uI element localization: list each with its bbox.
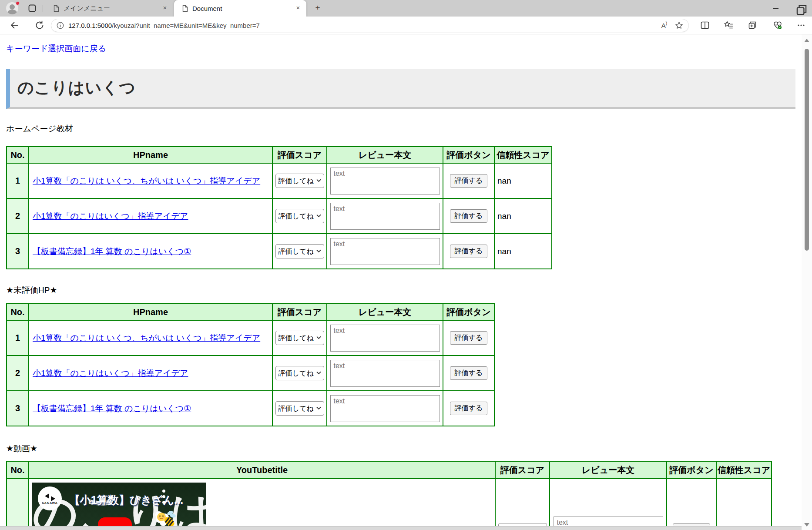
collections-icon[interactable] bbox=[748, 20, 757, 30]
row-number: 1 bbox=[7, 320, 29, 356]
evaluate-button[interactable]: 評価する bbox=[450, 331, 487, 345]
col-header-review: レビュー本文 bbox=[550, 461, 667, 479]
col-header-score: 評価スコア bbox=[495, 461, 550, 479]
site-info-icon[interactable] bbox=[57, 22, 64, 29]
tab-main-menu[interactable]: メインメニュー × bbox=[45, 0, 173, 17]
tab-close-icon[interactable]: × bbox=[294, 4, 302, 12]
page-title: のこりはいくつ bbox=[17, 77, 136, 99]
review-textarea[interactable] bbox=[330, 168, 440, 195]
refresh-icon[interactable] bbox=[35, 20, 44, 30]
score-select[interactable]: 評価してね bbox=[275, 366, 324, 380]
video-table: No. YouTubetitle 評価スコア レビュー本文 評価ボタン 信頼性ス… bbox=[6, 461, 772, 530]
score-select[interactable]: 評価してね bbox=[275, 209, 324, 223]
hp-link[interactable]: 小1算数「のこりは いくつ、ちがいは いくつ」指導アイデア bbox=[33, 176, 260, 185]
vertical-scrollbar[interactable] bbox=[802, 34, 812, 530]
col-header-score: 評価スコア bbox=[272, 304, 327, 320]
page-title-box: のこりはいくつ bbox=[6, 69, 795, 109]
evaluate-button[interactable]: 評価する bbox=[450, 366, 487, 380]
col-header-youtubetitle: YouTubetitle bbox=[29, 461, 495, 479]
score-select[interactable]: 評価してね bbox=[275, 331, 324, 345]
col-header-review: レビュー本文 bbox=[327, 147, 443, 163]
score-select[interactable]: 評価してね bbox=[275, 401, 324, 416]
col-header-button: 評価ボタン bbox=[443, 304, 494, 320]
favorite-star-icon[interactable] bbox=[675, 21, 683, 30]
table-row: 1 小1算数「のこりは いくつ、ちがいは いくつ」指導アイデア 評価してね 評価… bbox=[7, 163, 552, 198]
score-select[interactable]: 評価してね bbox=[275, 174, 324, 188]
evaluate-button[interactable]: 評価する bbox=[450, 245, 487, 258]
section-heading-video: ★動画★ bbox=[6, 443, 802, 454]
evaluate-button[interactable]: 評価する bbox=[450, 209, 487, 223]
page-icon bbox=[182, 5, 188, 12]
score-select[interactable]: 評価してね bbox=[275, 244, 324, 258]
evaluate-button[interactable]: 評価する bbox=[450, 402, 487, 415]
more-options-icon[interactable] bbox=[796, 20, 806, 30]
scroll-down-arrow-icon[interactable] bbox=[804, 523, 809, 527]
table-header-row: No. HPname 評価スコア レビュー本文 評価ボタン 信頼性スコア bbox=[7, 147, 552, 163]
url-path: /kyouzai?unit_name=ME&unit=ME&key_number… bbox=[112, 22, 260, 29]
url-host: 127.0.0.1:5000 bbox=[68, 22, 112, 29]
address-bar[interactable]: 127.0.0.1:5000/kyouzai?unit_name=ME&unit… bbox=[51, 19, 689, 32]
reliability-score: nan bbox=[494, 234, 552, 269]
back-icon[interactable] bbox=[10, 20, 19, 30]
table-row: 1 小1算数「のこりは いくつ、ちがいは いくつ」指導アイデア 評価してね 評価… bbox=[7, 320, 494, 356]
url-text[interactable]: 127.0.0.1:5000/kyouzai?unit_name=ME&unit… bbox=[68, 22, 654, 29]
favorites-bar-icon[interactable] bbox=[724, 20, 733, 30]
new-tab-button[interactable]: + bbox=[312, 3, 323, 13]
reliability-score bbox=[716, 479, 772, 530]
unrated-hp-table: No. HPname 評価スコア レビュー本文 評価ボタン 1 小1算数「のこり… bbox=[6, 303, 495, 426]
tab-close-icon[interactable]: × bbox=[161, 4, 169, 12]
tab-label: Document bbox=[192, 5, 294, 12]
evaluate-button[interactable]: 評価する bbox=[450, 174, 487, 188]
homepage-materials-table: No. HPname 評価スコア レビュー本文 評価ボタン 信頼性スコア 1 小… bbox=[6, 146, 552, 269]
sakawa-logo: SAKAWA bbox=[38, 486, 62, 510]
logo-arrows-icon bbox=[44, 493, 57, 502]
scrollbar-thumb[interactable] bbox=[805, 49, 809, 251]
table-row: 3 【板書備忘録】1年 算数 のこりはいくつ① 評価してね 評価する nan bbox=[7, 234, 552, 269]
tab-document[interactable]: Document × bbox=[174, 0, 306, 17]
browser-essentials-icon[interactable] bbox=[773, 20, 782, 30]
read-aloud-icon[interactable]: A) bbox=[661, 22, 667, 29]
col-header-hpname: HPname bbox=[29, 147, 272, 163]
review-textarea[interactable] bbox=[330, 325, 440, 352]
table-row: 1 のこりは SAKAWA 【小1算数】ひきざん... bbox=[7, 479, 772, 530]
table-row: 2 小1算数「のこりはいくつ」指導アイデア 評価してね 評価する bbox=[7, 356, 494, 391]
youtube-thumbnail[interactable]: のこりは SAKAWA 【小1算数】ひきざん... bbox=[32, 483, 206, 530]
row-number: 3 bbox=[7, 391, 29, 426]
review-textarea[interactable] bbox=[330, 395, 440, 422]
avatar-body-shape bbox=[7, 10, 17, 14]
table-row: 2 小1算数「のこりはいくつ」指導アイデア 評価してね 評価する nan bbox=[7, 198, 552, 234]
browser-toolbar: 127.0.0.1:5000/kyouzai?unit_name=ME&unit… bbox=[0, 17, 812, 34]
hp-link[interactable]: 【板書備忘録】1年 算数 のこりはいくつ① bbox=[33, 404, 191, 413]
hp-link[interactable]: 小1算数「のこりはいくつ」指導アイデア bbox=[33, 369, 188, 378]
scroll-up-arrow-icon[interactable] bbox=[804, 39, 809, 42]
tab-actions-icon[interactable] bbox=[28, 4, 37, 13]
back-to-keyword-link[interactable]: キーワード選択画面に戻る bbox=[6, 43, 106, 54]
row-number: 1 bbox=[7, 163, 29, 198]
review-textarea[interactable] bbox=[330, 360, 440, 387]
table-header-row: No. HPname 評価スコア レビュー本文 評価ボタン bbox=[7, 304, 494, 320]
hp-link[interactable]: 小1算数「のこりはいくつ」指導アイデア bbox=[33, 211, 188, 221]
row-number: 3 bbox=[7, 234, 29, 269]
col-header-reliability: 信頼性スコア bbox=[716, 461, 772, 479]
section-heading-homepage: ホームページ教材 bbox=[6, 123, 802, 134]
hp-link[interactable]: 小1算数「のこりは いくつ、ちがいは いくつ」指導アイデア bbox=[33, 333, 260, 342]
col-header-hpname: HPname bbox=[29, 304, 272, 320]
tab-divider bbox=[43, 5, 43, 12]
review-textarea[interactable] bbox=[330, 238, 440, 265]
row-number: 2 bbox=[7, 356, 29, 391]
section-heading-unrated: ★未評価HP★ bbox=[6, 285, 802, 296]
col-header-button: 評価ボタン bbox=[443, 147, 494, 163]
reliability-score: nan bbox=[494, 163, 552, 198]
restore-button[interactable] bbox=[793, 4, 810, 16]
tab-label: メインメニュー bbox=[64, 4, 161, 13]
hp-link[interactable]: 【板書備忘録】1年 算数 のこりはいくつ① bbox=[33, 247, 191, 256]
page-icon bbox=[53, 5, 60, 12]
bee-illustration bbox=[150, 503, 177, 530]
split-screen-icon[interactable] bbox=[700, 20, 710, 30]
col-header-reliability: 信頼性スコア bbox=[494, 147, 552, 163]
web-page-content: キーワード選択画面に戻る のこりはいくつ ホームページ教材 No. HPname… bbox=[0, 35, 802, 530]
review-textarea[interactable] bbox=[330, 203, 440, 230]
minimize-button[interactable] bbox=[767, 2, 784, 14]
horizontal-scrollbar[interactable] bbox=[0, 526, 802, 530]
col-header-button: 評価ボタン bbox=[667, 461, 716, 479]
